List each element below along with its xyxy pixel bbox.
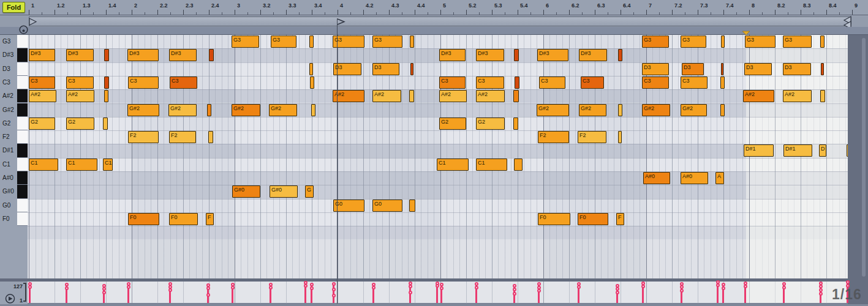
velocity-marker-dot[interactable] xyxy=(206,293,210,297)
midi-note[interactable] xyxy=(820,90,825,102)
velocity-marker-dot[interactable] xyxy=(641,285,645,288)
clip-start-marker-line[interactable] xyxy=(337,18,338,304)
piano-key-black[interactable] xyxy=(17,89,28,103)
piano-key-white[interactable] xyxy=(17,62,28,76)
midi-note-ds3[interactable]: D#3 xyxy=(476,49,504,61)
midi-note-c3[interactable]: C3 xyxy=(681,76,708,89)
midi-note-g3[interactable]: G3 xyxy=(783,35,812,48)
midi-note-g2[interactable]: G2 xyxy=(29,118,55,130)
midi-note[interactable] xyxy=(410,35,414,48)
loop-start-triangle-icon[interactable] xyxy=(0,16,868,27)
midi-note[interactable] xyxy=(209,49,214,61)
midi-note[interactable] xyxy=(104,76,109,89)
midi-note-d3[interactable]: D3 xyxy=(372,63,399,75)
midi-note-c1[interactable]: C1 xyxy=(66,159,97,171)
velocity-marker-dot[interactable] xyxy=(722,286,725,290)
piano-key-white[interactable] xyxy=(17,76,28,89)
midi-note-gs2[interactable]: G#2 xyxy=(232,104,260,116)
midi-note[interactable] xyxy=(618,131,622,143)
vertical-scrollbar[interactable] xyxy=(862,38,866,277)
midi-note-gs2[interactable]: G#2 xyxy=(168,104,197,116)
midi-note-as2[interactable]: A#2 xyxy=(439,90,467,102)
midi-note-as2[interactable]: A#2 xyxy=(743,90,774,102)
beat-time-ruler[interactable]: 11.21.31.422.22.32.433.23.33.444.24.34.4… xyxy=(0,0,868,15)
velocity-marker-dot[interactable] xyxy=(304,284,308,288)
midi-note[interactable] xyxy=(208,131,213,143)
velocity-marker-dot[interactable] xyxy=(127,285,130,289)
midi-note-f2[interactable]: F2 xyxy=(128,131,159,143)
midi-note-g2[interactable]: G2 xyxy=(66,118,94,130)
piano-key-white[interactable] xyxy=(17,35,28,48)
midi-note-gs0[interactable]: G#0 xyxy=(270,185,298,198)
midi-note-c3[interactable]: C3 xyxy=(539,76,565,89)
midi-note-c3[interactable]: C3 xyxy=(476,76,504,89)
midi-note[interactable] xyxy=(820,35,825,48)
velocity-preview-icon[interactable] xyxy=(5,294,16,304)
velocity-marker-dot[interactable] xyxy=(206,286,210,290)
velocity-marker-dot[interactable] xyxy=(716,283,720,287)
midi-note-g2[interactable]: G2 xyxy=(476,118,505,130)
midi-note-f[interactable]: F xyxy=(616,213,624,225)
piano-key-black[interactable] xyxy=(17,144,28,157)
midi-note-c3[interactable]: C3 xyxy=(66,76,94,89)
midi-note-ds3[interactable]: D#3 xyxy=(29,49,55,61)
preview-headphone-icon[interactable] xyxy=(18,24,29,35)
velocity-marker-dot[interactable] xyxy=(440,286,443,290)
midi-note-f2[interactable]: F2 xyxy=(169,131,196,143)
velocity-marker-dot[interactable] xyxy=(332,294,336,297)
velocity-marker-dot[interactable] xyxy=(513,292,516,296)
midi-note-gs2[interactable]: G#2 xyxy=(681,104,707,116)
velocity-marker-dot[interactable] xyxy=(409,285,412,288)
midi-note[interactable] xyxy=(104,49,109,61)
midi-note-ds3[interactable]: D#3 xyxy=(127,49,159,61)
velocity-marker-dot[interactable] xyxy=(680,289,684,293)
velocity-marker-dot[interactable] xyxy=(269,286,273,289)
midi-note-g3[interactable]: G3 xyxy=(745,35,776,48)
midi-note-as2[interactable]: A#2 xyxy=(783,90,812,102)
midi-note-a[interactable]: A xyxy=(715,172,724,184)
midi-note[interactable] xyxy=(721,63,723,75)
velocity-marker-dot[interactable] xyxy=(436,284,439,288)
midi-note[interactable] xyxy=(821,63,824,75)
velocity-marker-dot[interactable] xyxy=(744,285,747,288)
midi-note-c3[interactable]: C3 xyxy=(128,76,159,89)
midi-note-f0[interactable]: F0 xyxy=(578,213,608,225)
velocity-marker-dot[interactable] xyxy=(475,286,478,289)
midi-note-d3[interactable]: D3 xyxy=(642,63,669,75)
midi-note-c3[interactable]: C3 xyxy=(581,76,604,89)
midi-note-ds3[interactable]: D#3 xyxy=(169,49,197,61)
midi-note[interactable] xyxy=(721,35,725,48)
midi-note-c3[interactable]: C3 xyxy=(29,76,55,89)
midi-note[interactable] xyxy=(409,90,414,102)
midi-note-d3[interactable]: D3 xyxy=(783,63,811,75)
piano-key-white[interactable] xyxy=(17,199,28,212)
midi-note[interactable] xyxy=(410,63,413,75)
midi-note-c3[interactable]: C3 xyxy=(170,76,197,89)
midi-note[interactable] xyxy=(309,63,313,75)
velocity-marker-dot[interactable] xyxy=(168,288,172,292)
midi-note-c3[interactable]: C3 xyxy=(439,76,466,89)
midi-note-ds3[interactable]: D#3 xyxy=(537,49,568,61)
midi-note-f2[interactable]: F2 xyxy=(538,131,569,143)
piano-key-black[interactable] xyxy=(17,103,28,117)
velocity-marker-dot[interactable] xyxy=(782,286,786,289)
velocity-marker-dot[interactable] xyxy=(332,288,336,291)
velocity-marker-dot[interactable] xyxy=(409,291,412,294)
midi-note[interactable] xyxy=(618,49,622,61)
midi-note-as2[interactable]: A#2 xyxy=(66,90,94,102)
clip-end-marker-icon[interactable] xyxy=(0,27,868,35)
midi-note-gs2[interactable]: G#2 xyxy=(537,104,569,116)
midi-note[interactable] xyxy=(513,90,519,102)
midi-note-ds3[interactable]: D#3 xyxy=(439,49,466,61)
midi-note-ds1[interactable]: D#1 xyxy=(783,144,812,157)
midi-note-ds3[interactable]: D#3 xyxy=(66,49,94,61)
velocity-marker-dot[interactable] xyxy=(577,285,581,289)
midi-note-gs2[interactable]: G#2 xyxy=(642,104,670,116)
midi-note-as0[interactable]: A#0 xyxy=(681,172,708,184)
midi-note[interactable] xyxy=(720,104,725,116)
piano-key-black[interactable] xyxy=(17,48,28,62)
midi-note-g[interactable]: G xyxy=(305,185,314,198)
velocity-marker-dot[interactable] xyxy=(332,282,336,286)
velocity-marker-dot[interactable] xyxy=(28,285,32,289)
midi-note[interactable] xyxy=(103,118,108,130)
